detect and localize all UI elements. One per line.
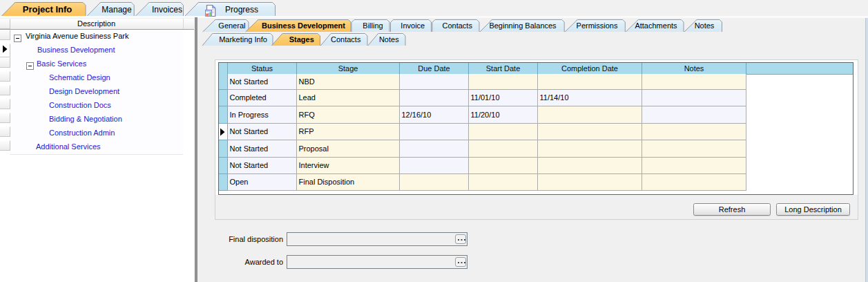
svg-text:Progress: Progress — [225, 5, 258, 15]
svg-text:Invoice: Invoice — [401, 21, 425, 30]
svg-text:Stages: Stages — [289, 35, 314, 44]
svg-text:Project Info: Project Info — [23, 4, 73, 15]
svg-text:Billing: Billing — [363, 21, 383, 30]
svg-text:Beginning Balances: Beginning Balances — [489, 21, 557, 30]
svg-text:Contacts: Contacts — [442, 21, 472, 30]
svg-text:General: General — [218, 21, 245, 30]
svg-text:Manage: Manage — [102, 5, 132, 15]
svg-text:Contacts: Contacts — [331, 35, 361, 44]
svg-text:Business Development: Business Development — [262, 21, 345, 30]
svg-text:Invoices: Invoices — [152, 5, 182, 15]
svg-text:Attachments: Attachments — [635, 21, 677, 30]
svg-text:Notes: Notes — [695, 21, 715, 30]
svg-text:Marketing Info: Marketing Info — [219, 35, 267, 44]
svg-text:Notes: Notes — [379, 35, 399, 44]
svg-text:Permissions: Permissions — [577, 21, 618, 30]
